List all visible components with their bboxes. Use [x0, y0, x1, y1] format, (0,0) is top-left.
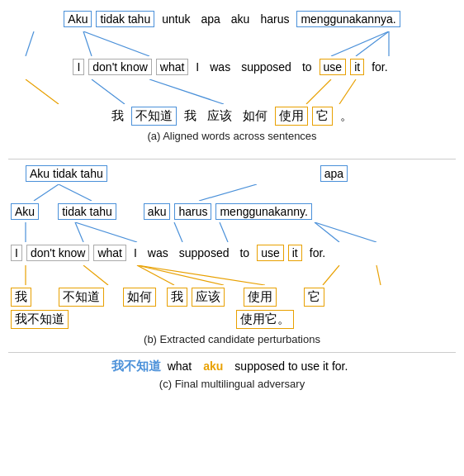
token-use-eng: use [320, 59, 347, 75]
token-final-zh: 我不知道 [111, 359, 161, 374]
token-for-eng: for. [368, 60, 391, 74]
svg-line-1 [83, 31, 92, 56]
token-final-aku: aku [200, 359, 226, 374]
token-aku-b: Aku [11, 203, 39, 220]
token-wo-1: 我 [108, 107, 127, 125]
svg-line-11 [34, 184, 59, 201]
token-yinggai: 应该 [204, 107, 235, 125]
token-final-rest: supposed to use it for. [231, 359, 351, 374]
token-aku-1: Aku [64, 11, 92, 27]
svg-line-6 [26, 79, 59, 104]
token-to: to [299, 60, 315, 74]
svg-line-10 [339, 79, 356, 104]
token-buzhidao-b: 不知道 [59, 288, 104, 307]
caption-a: (a) Aligned words across sentences [8, 130, 456, 142]
svg-line-3 [331, 31, 389, 56]
token-shiyong-ta: 使用它。 [236, 310, 294, 329]
token-dont-know-b: don't know [26, 245, 90, 261]
token-aku-b2: aku [144, 203, 171, 220]
svg-line-26 [323, 265, 339, 285]
token-untuk: untuk [159, 12, 193, 26]
lines-a-top [9, 31, 455, 56]
token-what-b: what [93, 245, 126, 261]
section-b: Aku tidak tahu apa Aku tidak tahu aku ha… [8, 164, 456, 345]
section-a: Aku tidak tahu untuk apa aku harus mengg… [8, 10, 456, 152]
token-wo-b2: 我 [167, 288, 187, 307]
svg-line-19 [315, 222, 339, 242]
indonesian-mid-row: Aku tidak tahu aku harus menggunakanny. [9, 202, 455, 221]
caption-c: (c) Final multilingual adversary [8, 378, 456, 390]
section-c: 我不知道 what aku supposed to use it for. (c… [8, 358, 456, 390]
token-final-what: what [164, 359, 196, 374]
token-ruhe-b: 如何 [123, 288, 156, 307]
token-use-b: use [257, 245, 284, 261]
token-wo-b1: 我 [11, 288, 31, 307]
token-was: was [206, 60, 234, 74]
token-aku-2: aku [228, 12, 253, 26]
token-I-was: I [192, 60, 202, 74]
divider-1 [8, 159, 456, 159]
final-sentence: 我不知道 what aku supposed to use it for. [8, 358, 456, 374]
token-menggunakannya: menggunakannya. [296, 11, 400, 27]
svg-line-17 [174, 222, 182, 242]
token-it-b: it [288, 245, 302, 261]
token-ta-b: 它 [304, 288, 324, 307]
lines-b-top [9, 184, 455, 201]
token-aku-tidak-tahu-combined: Aku tidak tahu [26, 165, 107, 182]
token-ruhe: 如何 [239, 107, 271, 125]
svg-line-13 [199, 184, 257, 201]
svg-line-22 [83, 265, 108, 285]
lines-b-eng-zh [9, 265, 455, 285]
divider-2 [8, 352, 456, 353]
rows-wrapper-a: Aku tidak tahu untuk apa aku harus mengg… [8, 10, 456, 126]
chinese-row1-b: 我 不知道 如何 我 应该 使用 它 [9, 287, 455, 307]
svg-line-15 [75, 222, 83, 242]
token-supposed-b: supposed [176, 245, 233, 260]
token-for-b: for. [306, 245, 329, 260]
token-to-b: to [236, 245, 253, 260]
token-I-eng: I [73, 59, 84, 75]
svg-line-12 [59, 184, 92, 201]
svg-line-16 [75, 222, 137, 242]
token-menggunakanny: menggunakanny. [215, 203, 311, 220]
english-row: I don't know what I was supposed to use … [8, 58, 456, 76]
english-main-row-b: I don't know what I was supposed to use … [9, 244, 455, 262]
svg-line-7 [92, 79, 125, 104]
chinese-row2-b: 我不知道 使用它。 [9, 309, 455, 330]
token-harus: harus [257, 12, 292, 26]
caption-b: (b) Extracted candidate perturbations [8, 333, 456, 345]
indonesian-row: Aku tidak tahu untuk apa aku harus mengg… [8, 10, 456, 28]
token-I-was-b: I [130, 245, 140, 260]
token-ta: 它 [312, 107, 333, 126]
token-wo-2: 我 [181, 107, 200, 125]
svg-line-18 [220, 222, 228, 242]
token-dont-know: don't know [88, 59, 152, 75]
token-period-zh: 。 [337, 107, 356, 125]
token-I-b: I [11, 245, 22, 261]
svg-line-27 [376, 265, 381, 285]
svg-line-20 [315, 222, 376, 242]
token-shiyong-b: 使用 [244, 288, 277, 307]
token-apa-top: apa [320, 165, 348, 182]
svg-line-9 [306, 79, 331, 104]
svg-line-8 [149, 79, 224, 104]
token-tidak-tahu: tidak tahu [96, 11, 154, 27]
chinese-row: 我 不知道 我 应该 如何 使用 它 。 [8, 106, 456, 126]
token-harus-b: harus [174, 203, 211, 220]
token-apa: apa [197, 12, 223, 26]
token-wobuzhidao: 我不知道 [11, 310, 69, 329]
token-supposed: supposed [238, 60, 295, 74]
token-shiyong: 使用 [275, 107, 308, 126]
token-it-eng: it [350, 59, 364, 75]
lines-a-bottom [9, 79, 455, 104]
token-what-eng: what [156, 59, 189, 75]
token-tidak-tahu-b: tidak tahu [58, 203, 116, 220]
token-yinggai-b: 应该 [192, 288, 225, 307]
svg-line-2 [83, 31, 149, 56]
token-was-b: was [144, 245, 172, 260]
token-buzhidao: 不知道 [131, 107, 177, 126]
svg-line-24 [137, 265, 224, 285]
svg-line-0 [26, 31, 34, 56]
lines-b-mid [9, 222, 455, 242]
